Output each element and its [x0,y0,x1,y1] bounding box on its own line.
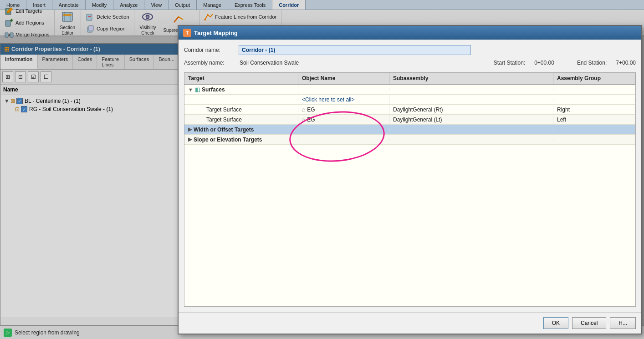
ts-rt-group: Right [557,106,570,113]
cell-surfaces-object [298,88,389,91]
ts-lt-group: Left [557,116,566,123]
expand-width-icon: ▶ [188,126,192,132]
target-mapping-dialog: T Target Mapping Corridor name: Assembly… [178,25,642,334]
ts-rt-surface-icon: ⌂ [302,106,305,113]
cell-slope-group [553,138,635,141]
corridor-name-row: Corridor name: [184,45,636,55]
station-group: Start Station: 0+00.00 End Station: 7+00… [494,60,636,66]
expand-slope-icon: ▶ [188,137,192,142]
table-header: Target Object Name Subassembly Assembly … [184,73,635,85]
cell-width-object [298,128,389,131]
cell-set-all-group [553,98,635,101]
assembly-name-value: Soil Conservation Swale [239,59,471,67]
cell-ts-lt-sub: DaylightGeneral (Lt) [389,115,553,124]
cell-width-group [553,128,635,131]
cell-slope-target: ▶ Slope or Elevation Targets [184,135,298,144]
table-row-set-all[interactable]: <Click here to set all> [184,95,635,105]
dialog-footer: OK Cancel H... [179,312,641,334]
width-label: Width or Offset Targets [194,126,254,133]
start-station-label: Start Station: [494,60,525,66]
table-row-surfaces[interactable]: ▼ ◧ Surfaces [184,85,635,95]
target-mapping-table: Target Object Name Subassembly Assembly … [184,72,636,307]
ts-rt-eg: EG [307,106,315,113]
cell-set-all-sub [389,98,553,101]
col-assembly-group: Assembly Group [553,73,635,84]
slope-label: Slope or Elevation Targets [194,137,262,143]
ts-lt-label: Target Surface [206,116,242,123]
cell-surfaces-target: ▼ ◧ Surfaces [184,85,298,94]
assembly-name-label: Assembly name: [184,60,239,66]
cancel-button[interactable]: Cancel [572,317,606,329]
cell-slope-object [298,138,389,141]
table-row-width-offset[interactable]: ▶ Width or Offset Targets [184,125,635,135]
cell-ts-rt-group: Right [553,105,635,114]
ts-lt-subassembly: DaylightGeneral (Lt) [393,116,442,123]
cell-ts-rt-target: Target Surface [184,105,298,114]
table-body: ▼ ◧ Surfaces <Click here to set all> [184,85,635,306]
ts-rt-subassembly: DaylightGeneral (Rt) [393,106,443,113]
cell-ts-rt-sub: DaylightGeneral (Rt) [389,105,553,114]
cell-surfaces-group [553,88,635,91]
cell-ts-rt-object[interactable]: ⌂ EG [298,105,389,114]
end-station-label: End Station: [577,60,607,66]
dialog-title: Target Mapping [194,30,238,36]
col-subassembly: Subassembly [389,73,553,84]
cell-surfaces-sub [389,88,553,91]
cell-ts-lt-group: Left [553,115,635,124]
assembly-name-row: Assembly name: Soil Conservation Swale S… [184,59,636,67]
ts-lt-surface-icon: ⌂ [302,116,305,123]
dialog-body: Corridor name: Assembly name: Soil Conse… [179,40,641,312]
dialog-titlebar: T Target Mapping [179,26,641,40]
cell-ts-lt-object[interactable]: ⌂ EG [298,115,389,124]
start-station-value: 0+00.00 [534,60,554,66]
set-all-link[interactable]: <Click here to set all> [302,96,354,103]
surfaces-type-icon: ◧ [195,86,200,93]
cell-width-target: ▶ Width or Offset Targets [184,125,298,134]
ts-rt-label: Target Surface [206,106,242,113]
dialog-icon: T [183,29,191,37]
corridor-name-input[interactable] [239,45,471,55]
cell-ts-lt-target: Target Surface [184,115,298,124]
cell-set-all-target [184,98,298,101]
ok-button[interactable]: OK [543,317,568,329]
table-row-target-surface-rt[interactable]: Target Surface ⌂ EG DaylightGeneral (Rt)… [184,105,635,115]
table-row-slope-elevation[interactable]: ▶ Slope or Elevation Targets [184,135,635,145]
help-button[interactable]: H... [610,317,636,329]
cell-set-all-object[interactable]: <Click here to set all> [298,95,389,104]
col-target: Target [184,73,298,84]
col-object-name: Object Name [298,73,389,84]
end-station-value: 7+00.00 [616,60,636,66]
cell-width-sub [389,128,553,131]
corridor-name-label: Corridor name: [184,47,239,53]
cell-slope-sub [389,138,553,141]
table-row-target-surface-lt[interactable]: Target Surface ⌂ EG DaylightGeneral (Lt)… [184,115,635,125]
surfaces-label: Surfaces [202,86,225,93]
expand-surfaces-icon: ▼ [188,87,193,92]
ts-lt-eg: EG [307,116,315,123]
